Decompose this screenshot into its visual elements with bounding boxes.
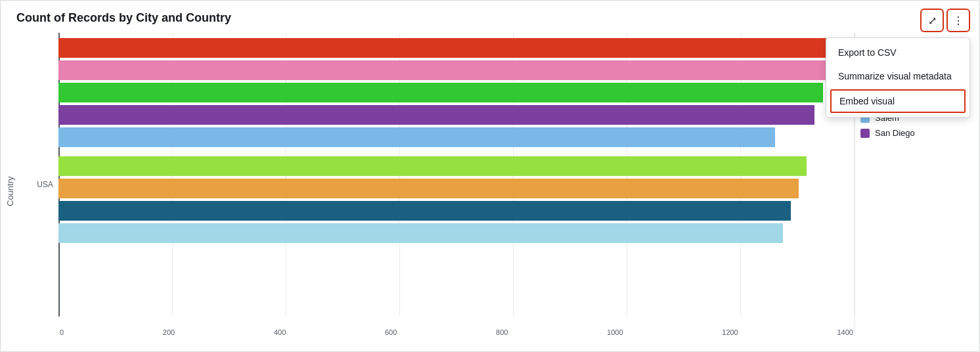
bar-3 (58, 105, 814, 125)
x-tick-3: 600 (385, 328, 397, 336)
toolbar: ⤢ ⋮ (920, 9, 970, 32)
x-tick-1: 200 (163, 328, 175, 336)
summarize-visual-item[interactable]: Summarize visual metadata (826, 64, 969, 88)
x-tick-2: 400 (274, 328, 286, 336)
y-axis-label: Country (1, 33, 19, 336)
y-axis: USA (19, 33, 58, 336)
x-tick-0: 0 (60, 328, 64, 336)
x-tick-5: 1000 (607, 328, 623, 336)
y-tick-usa: USA (37, 180, 53, 189)
more-icon: ⋮ (953, 14, 964, 27)
chart-container: Count of Records by City and Country ⤢ ⋮… (0, 0, 980, 352)
bar-9 (58, 223, 783, 243)
bar-1 (58, 60, 831, 80)
legend-color-5 (860, 129, 870, 138)
x-axis-ticks: 0200400600800100012001400 (58, 328, 855, 336)
bar-2 (58, 83, 823, 102)
x-tick-7: 1400 (837, 328, 853, 336)
bar-6 (58, 156, 807, 176)
embed-visual-item[interactable]: Embed visual (830, 89, 966, 113)
bars-section: 0200400600800100012001400 (58, 33, 855, 336)
bar-0 (58, 38, 847, 58)
x-tick-4: 800 (496, 328, 508, 336)
legend-item-5: San Diego (860, 128, 971, 138)
export-csv-item[interactable]: Export to CSV (826, 41, 969, 64)
legend-label-5: San Diego (875, 128, 915, 138)
expand-icon: ⤢ (928, 14, 937, 27)
x-tick-6: 1200 (722, 328, 738, 336)
chart-title: Count of Records by City and Country (1, 11, 979, 33)
more-options-button[interactable]: ⋮ (947, 9, 970, 32)
dropdown-menu: Export to CSV Summarize visual metadata … (826, 37, 970, 118)
expand-button[interactable]: ⤢ (920, 9, 944, 32)
bars-wrapper (58, 38, 855, 336)
bar-4 (58, 127, 775, 147)
bar-7 (58, 179, 799, 198)
bar-8 (58, 201, 791, 221)
